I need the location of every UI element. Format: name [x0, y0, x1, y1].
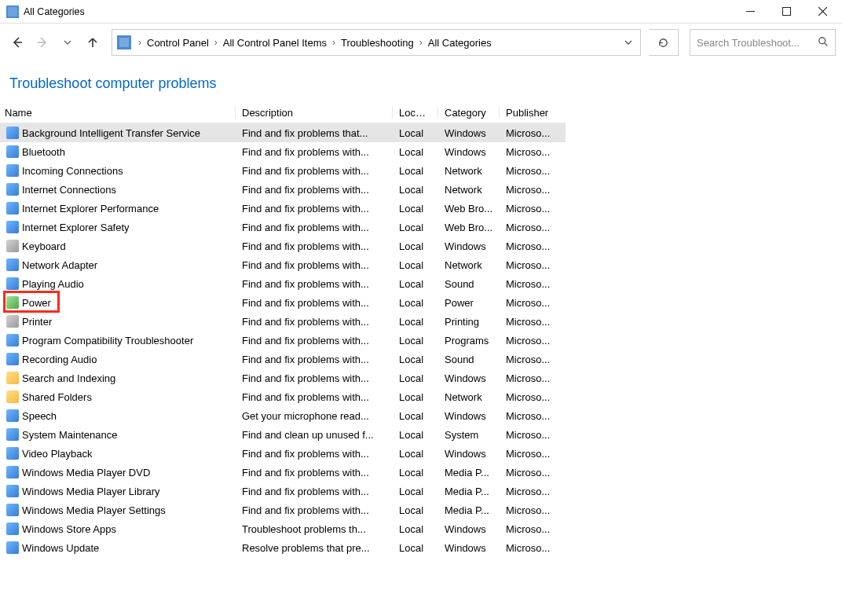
item-category: Windows [438, 448, 500, 460]
item-location: Local [393, 259, 438, 271]
forward-button[interactable] [31, 31, 53, 53]
item-name-cell: Windows Media Player Library [0, 485, 236, 497]
item-category: Windows [438, 410, 500, 422]
item-name: Bluetooth [22, 146, 65, 158]
item-name: Windows Media Player DVD [22, 467, 150, 478]
breadcrumb[interactable]: All Control Panel Items [220, 37, 330, 49]
troubleshooter-icon [6, 541, 19, 554]
list-item[interactable]: Windows Media Player SettingsFind and fi… [0, 500, 566, 519]
troubleshooter-icon [6, 447, 19, 460]
search-input[interactable]: Search Troubleshoot... [690, 29, 836, 56]
breadcrumb[interactable]: Troubleshooting [338, 37, 417, 49]
list-item[interactable]: Windows Media Player LibraryFind and fix… [0, 482, 566, 500]
item-name-cell: Video Playback [0, 447, 236, 460]
list-item[interactable]: Windows Media Player DVDFind and fix pro… [0, 463, 566, 482]
list-item[interactable]: Recording AudioFind and fix problems wit… [0, 350, 566, 368]
item-name: Playing Audio [22, 278, 84, 290]
item-category: Windows [438, 240, 500, 252]
item-category: Windows [438, 146, 500, 158]
column-header-publisher[interactable]: Publisher [500, 107, 559, 119]
list-item[interactable]: Video PlaybackFind and fix problems with… [0, 444, 566, 463]
list-item[interactable]: Background Intelligent Transfer ServiceF… [0, 123, 566, 142]
item-name-cell: Playing Audio [0, 277, 236, 290]
list-item[interactable]: Shared FoldersFind and fix problems with… [0, 387, 566, 406]
search-placeholder: Search Troubleshoot... [697, 37, 800, 49]
item-name-cell: Internet Explorer Safety [0, 221, 236, 233]
item-name: Windows Update [22, 542, 99, 554]
column-header-description[interactable]: Description [236, 107, 393, 119]
item-category: Windows [438, 523, 500, 535]
item-location: Local [393, 165, 438, 177]
close-button[interactable] [804, 0, 840, 24]
troubleshooter-icon [6, 522, 19, 535]
item-description: Find and fix problems with... [236, 504, 393, 516]
list-item[interactable]: BluetoothFind and fix problems with...Lo… [0, 142, 566, 161]
item-name-cell: Power [0, 296, 236, 309]
svg-rect-9 [119, 38, 129, 47]
item-name-cell: System Maintenance [0, 428, 236, 441]
chevron-right-icon[interactable]: › [212, 37, 220, 48]
list-item[interactable]: Windows Store AppsTroubleshoot problems … [0, 519, 566, 538]
column-header-location[interactable]: Locat... [393, 107, 438, 119]
item-name: Windows Media Player Library [22, 486, 160, 497]
address-dropdown-button[interactable] [620, 37, 637, 49]
item-name-cell: Keyboard [0, 240, 236, 252]
list-item[interactable]: Network AdapterFind and fix problems wit… [0, 255, 566, 274]
refresh-button[interactable] [649, 29, 679, 56]
minimize-button[interactable] [732, 0, 768, 24]
item-category: Media P... [438, 486, 500, 497]
address-bar[interactable]: › Control Panel › All Control Panel Item… [112, 29, 641, 56]
breadcrumb[interactable]: Control Panel [144, 37, 212, 49]
item-name-cell: Windows Store Apps [0, 522, 236, 535]
list-item[interactable]: Windows UpdateResolve problems that pre.… [0, 538, 566, 557]
item-location: Local [393, 523, 438, 535]
item-location: Local [393, 504, 438, 516]
item-publisher: Microso... [500, 504, 559, 516]
up-button[interactable] [82, 31, 104, 53]
list-item[interactable]: Playing AudioFind and fix problems with.… [0, 274, 566, 293]
list-item[interactable]: SpeechGet your microphone read...LocalWi… [0, 406, 566, 425]
list-item[interactable]: Incoming ConnectionsFind and fix problem… [0, 161, 566, 180]
troubleshooter-icon [6, 296, 19, 309]
app-icon [6, 6, 19, 18]
page-title: Troubleshoot computer problems [0, 61, 842, 103]
item-location: Local [393, 467, 438, 478]
item-publisher: Microso... [500, 523, 559, 535]
maximize-button[interactable] [768, 0, 804, 24]
item-description: Find and fix problems with... [236, 391, 393, 403]
list-item[interactable]: KeyboardFind and fix problems with...Loc… [0, 236, 566, 255]
list-item[interactable]: PrinterFind and fix problems with...Loca… [0, 312, 566, 331]
chevron-right-icon[interactable]: › [136, 37, 144, 48]
chevron-right-icon[interactable]: › [417, 37, 425, 48]
item-name: Search and Indexing [22, 372, 115, 384]
list-item[interactable]: Internet ConnectionsFind and fix problem… [0, 180, 566, 199]
item-name: Windows Media Player Settings [22, 504, 166, 516]
troubleshooter-icon [6, 221, 19, 233]
item-location: Local [393, 335, 438, 346]
list-item[interactable]: Program Compatibility TroubleshooterFind… [0, 331, 566, 350]
item-publisher: Microso... [500, 391, 559, 403]
recent-locations-button[interactable] [57, 31, 79, 53]
list-item[interactable]: PowerFind and fix problems with...LocalP… [0, 293, 566, 312]
column-header-category[interactable]: Category [438, 107, 500, 119]
item-name-cell: Internet Explorer Performance [0, 202, 236, 214]
item-category: Network [438, 184, 500, 196]
column-headers: Name Description Locat... Category Publi… [0, 103, 566, 123]
item-location: Local [393, 410, 438, 422]
item-name: Printer [22, 316, 52, 328]
breadcrumb[interactable]: All Categories [425, 37, 495, 49]
list-item[interactable]: Internet Explorer SafetyFind and fix pro… [0, 218, 566, 236]
svg-rect-1 [8, 7, 17, 16]
troubleshooter-icon [6, 240, 19, 252]
column-header-name[interactable]: Name [0, 107, 236, 119]
back-button[interactable] [6, 31, 28, 53]
item-publisher: Microso... [500, 486, 559, 497]
troubleshooter-icon [6, 277, 19, 290]
chevron-right-icon[interactable]: › [330, 37, 338, 48]
item-name-cell: Bluetooth [0, 145, 236, 158]
item-description: Get your microphone read... [236, 410, 393, 422]
list-item[interactable]: System MaintenanceFind and clean up unus… [0, 425, 566, 444]
item-name: Shared Folders [22, 391, 92, 403]
list-item[interactable]: Search and IndexingFind and fix problems… [0, 368, 566, 387]
list-item[interactable]: Internet Explorer PerformanceFind and fi… [0, 199, 566, 218]
